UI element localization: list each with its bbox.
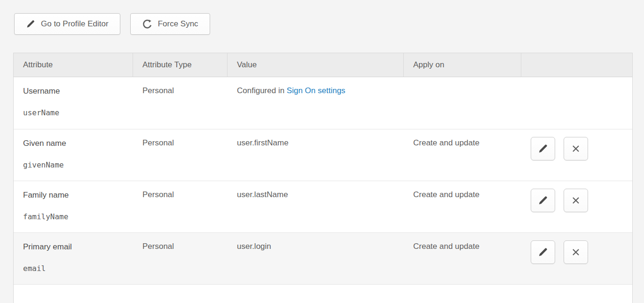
attribute-display-name: Given name [23, 138, 128, 149]
attribute-display-name: Primary email [23, 242, 128, 252]
attribute-variable-name: familyName [23, 212, 128, 222]
apply-on-cell: Create and update [404, 232, 521, 284]
pencil-icon [538, 195, 548, 206]
x-icon [571, 144, 581, 154]
pencil-icon [26, 19, 35, 29]
x-icon [571, 247, 581, 257]
column-header-actions [521, 53, 632, 77]
actions-cell [521, 129, 632, 181]
attribute-variable-name: email [23, 264, 128, 273]
attribute-variable-name: givenName [23, 160, 128, 170]
actions-cell [521, 77, 632, 129]
edit-attribute-button[interactable] [531, 189, 555, 212]
table-row-family-name: Family name familyName Personal user.las… [14, 181, 632, 232]
attribute-display-name: Family name [23, 190, 128, 200]
attribute-type-cell: Personal [133, 232, 228, 284]
actions-cell [521, 232, 632, 284]
attribute-cell: Username userName [14, 77, 133, 129]
attribute-cell: Primary email email [14, 232, 133, 284]
value-cell: Configured in Sign On settings [228, 77, 404, 129]
table-row-username: Username userName Personal Configured in… [14, 77, 632, 129]
value-cell: user.login [228, 232, 404, 284]
value-prefix-text: Configured in [237, 86, 287, 95]
attribute-mapping-table: Attribute Attribute Type Value Apply on … [13, 53, 633, 303]
force-sync-button[interactable]: Force Sync [130, 13, 210, 35]
apply-on-cell: Create and update [404, 181, 521, 232]
go-to-profile-editor-label: Go to Profile Editor [41, 19, 109, 29]
value-cell: user.lastName [228, 181, 404, 232]
apply-on-cell [404, 77, 521, 129]
attribute-mappings-page: Go to Profile Editor Force Sync Attribut… [0, 0, 644, 303]
pencil-icon [538, 144, 548, 154]
attribute-display-name: Username [23, 86, 128, 96]
delete-attribute-button[interactable] [564, 137, 588, 160]
go-to-profile-editor-button[interactable]: Go to Profile Editor [14, 13, 120, 35]
table-header: Attribute Attribute Type Value Apply on [14, 53, 632, 77]
column-header-value: Value [228, 53, 404, 77]
attribute-cell: Family name familyName [14, 181, 133, 232]
table-row-partial [14, 284, 632, 303]
value-cell: user.firstName [228, 129, 404, 181]
pencil-icon [538, 247, 548, 257]
column-header-attribute-type: Attribute Type [133, 53, 228, 77]
sign-on-settings-link[interactable]: Sign On settings [287, 86, 346, 95]
edit-attribute-button[interactable] [531, 240, 555, 264]
attribute-type-cell: Personal [133, 129, 228, 181]
table-row-given-name: Given name givenName Personal user.first… [14, 129, 632, 181]
apply-on-cell: Create and update [404, 129, 521, 181]
toolbar: Go to Profile Editor Force Sync [14, 13, 632, 35]
force-sync-label: Force Sync [158, 19, 198, 29]
attribute-variable-name: userName [23, 108, 128, 118]
actions-cell [521, 181, 632, 232]
x-icon [571, 195, 581, 206]
table-row-primary-email: Primary email email Personal user.login … [14, 232, 632, 284]
attribute-cell: Given name givenName [14, 129, 133, 181]
edit-attribute-button[interactable] [531, 137, 555, 160]
column-header-attribute: Attribute [14, 53, 133, 77]
column-header-apply-on: Apply on [404, 53, 521, 77]
delete-attribute-button[interactable] [564, 189, 588, 212]
delete-attribute-button[interactable] [564, 240, 588, 264]
refresh-icon [142, 19, 152, 29]
attribute-type-cell: Personal [133, 77, 228, 129]
attribute-type-cell: Personal [133, 181, 228, 232]
